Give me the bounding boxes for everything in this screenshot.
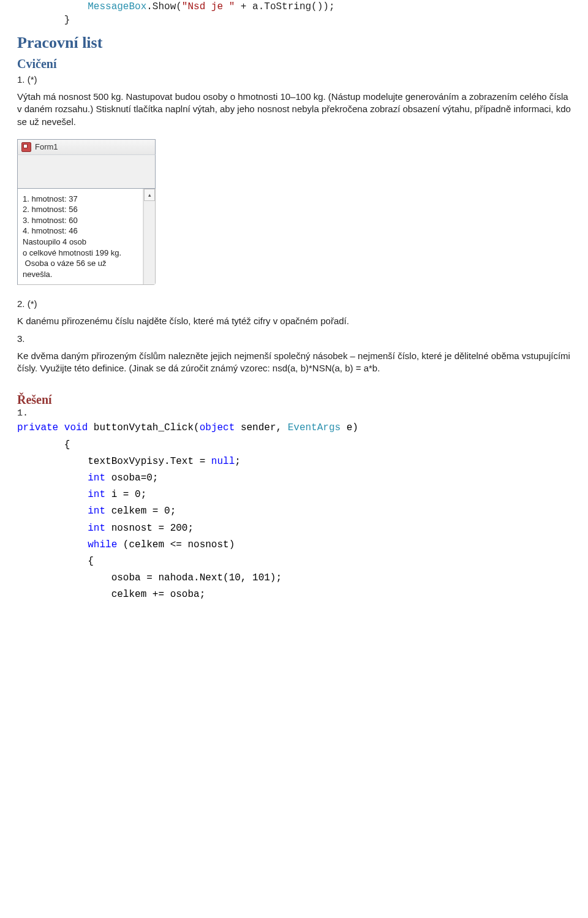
exercise-2-number: 2. (*) [17,298,571,310]
kw-int: int [88,472,105,484]
scroll-track[interactable] [144,201,155,284]
kw-private: private [17,422,58,433]
type-eventargs: EventArgs [288,422,341,433]
kw-while: while [88,539,117,550]
heading-reseni: Řešení [17,393,571,407]
solution-number: 1. [17,408,571,419]
textbox-container: 1. hmotnost: 37 2. hmotnost: 56 3. hmotn… [17,189,156,285]
window-titlebar: Form1 [17,139,156,155]
code-snippet-top: MessageBox.Show("Nsd je " + a.ToString()… [17,0,571,28]
scroll-up-button[interactable]: ▴ [144,189,155,201]
window-title: Form1 [35,142,58,151]
kw-int: int [88,489,105,500]
form-client-area [17,155,156,189]
exercise-3-number: 3. [17,333,571,345]
type-messagebox: MessageBox [88,1,146,12]
kw-int: int [88,523,105,534]
heading-pracovni-list: Pracovní list [17,34,571,52]
kw-null: null [211,456,235,467]
exercise-1-number: 1. (*) [17,74,571,86]
exercise-2-text: K danému přirozenému číslu najděte číslo… [17,315,571,327]
heading-cviceni: Cvičení [17,57,571,71]
form-icon [21,142,31,152]
exercise-3-text: Ke dvěma daným přirozeným číslům nalezně… [17,350,571,375]
scrollbar[interactable]: ▴ [143,189,155,284]
code-solution: private void buttonVytah_Click(object se… [17,420,571,603]
form-screenshot: Form1 1. hmotnost: 37 2. hmotnost: 56 3.… [17,139,156,285]
exercise-1-text: Výtah má nosnost 500 kg. Nastupovat budo… [17,91,571,128]
string-literal: "Nsd je " [182,1,235,12]
kw-object: object [200,422,235,433]
closing-brace: } [17,15,70,26]
method-name: buttonVytah_Click( [88,422,199,433]
kw-int: int [88,506,105,517]
code-text: + a.ToString()); [235,1,334,12]
output-textbox[interactable]: 1. hmotnost: 37 2. hmotnost: 56 3. hmotn… [18,189,143,284]
kw-void: void [64,422,88,433]
